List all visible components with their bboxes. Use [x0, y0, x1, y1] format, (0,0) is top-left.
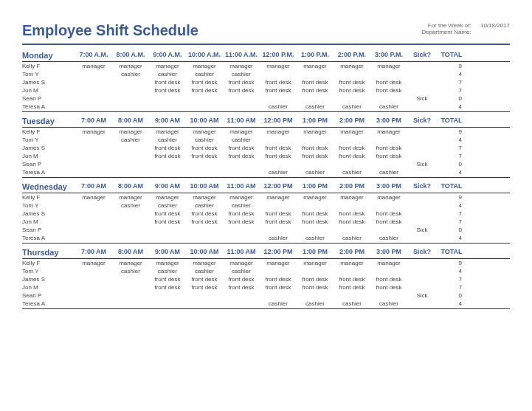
shift-cell: manager	[370, 194, 407, 201]
shift-cell: front desk	[334, 87, 370, 94]
shift-cell	[112, 95, 149, 102]
time-header: 2:00 PM	[334, 248, 370, 257]
shift-cell: cashier	[370, 300, 407, 307]
shift-cell	[75, 169, 112, 176]
shift-cell: cashier	[112, 71, 149, 77]
shift-cell: front desk	[223, 276, 260, 283]
shift-cell	[260, 227, 297, 233]
total-header: TOTAL	[437, 248, 466, 257]
employee-row: Teresa Acashiercashiercashiercashier4	[22, 234, 510, 244]
shift-cell	[112, 218, 149, 225]
employee-row: Jon Mfront deskfront deskfront deskfront…	[22, 283, 510, 291]
total-cell: 4	[437, 137, 466, 143]
shift-cell: manager	[370, 128, 407, 135]
sick-header: Sick?	[407, 117, 437, 125]
shift-cell: cashier	[112, 202, 149, 209]
employee-name: Teresa A	[22, 103, 75, 110]
total-cell: 4	[437, 300, 466, 307]
shift-cell	[75, 284, 112, 291]
shift-cell	[75, 202, 112, 209]
employee-name: James S	[22, 276, 75, 283]
sick-header: Sick?	[407, 248, 437, 257]
shift-cell: cashier	[297, 235, 334, 241]
shift-cell	[260, 95, 297, 102]
shift-cell	[112, 79, 149, 86]
employee-row: Tom Ycashiercashiercashiercashier4	[22, 70, 510, 78]
shift-cell: cashier	[149, 268, 186, 274]
shift-cell: cashier	[149, 71, 186, 77]
shift-cell: cashier	[223, 71, 260, 77]
time-header: 9:00 AM	[149, 248, 186, 257]
employee-name: Tom Y	[22, 268, 75, 274]
employee-name: Kelly F	[22, 194, 75, 201]
employee-row: James Sfront deskfront deskfront deskfro…	[22, 78, 510, 86]
time-header: 12:00 P.M.	[260, 51, 297, 60]
shift-cell: front desk	[223, 87, 260, 94]
shift-cell	[334, 268, 370, 274]
sick-cell	[407, 268, 437, 274]
employee-name: James S	[22, 79, 75, 86]
total-cell: 0	[437, 161, 466, 167]
shift-cell: cashier	[223, 268, 260, 274]
shift-cell: manager	[186, 260, 223, 266]
shift-cell: cashier	[112, 268, 149, 274]
shift-cell: front desk	[297, 284, 334, 291]
shift-cell: manager	[112, 128, 149, 135]
total-cell: 4	[437, 71, 466, 77]
total-cell: 7	[437, 276, 466, 283]
sick-cell	[407, 260, 437, 266]
sick-cell	[407, 194, 437, 201]
day-block: Monday7:00 A.M.8:00 A.M.9:00 A.M.10:00 A…	[22, 51, 510, 112]
shift-cell: cashier	[260, 169, 297, 176]
schedule-body: Monday7:00 A.M.8:00 A.M.9:00 A.M.10:00 A…	[22, 51, 510, 309]
employee-name: Jon M	[22, 87, 75, 94]
day-header: Thursday7:00 AM8:00 AM9:00 AM10:00 AM11:…	[22, 248, 510, 259]
shift-cell: manager	[186, 194, 223, 201]
shift-cell: manager	[75, 260, 112, 266]
shift-cell: front desk	[334, 276, 370, 283]
shift-cell	[75, 210, 112, 217]
employee-row: Kelly Fmanagermanagermanagermanagermanag…	[22, 62, 510, 70]
shift-cell: front desk	[149, 276, 186, 283]
shift-cell	[223, 235, 260, 241]
shift-cell	[297, 202, 334, 209]
shift-cell	[149, 235, 186, 241]
day-block: Thursday7:00 AM8:00 AM9:00 AM10:00 AM11:…	[22, 248, 510, 309]
time-header: 12:00 PM	[260, 248, 297, 257]
time-header: 11:00 AM	[223, 182, 260, 191]
shift-cell	[297, 137, 334, 143]
shift-cell: front desk	[223, 218, 260, 225]
shift-cell: cashier	[334, 235, 370, 241]
shift-cell: front desk	[149, 145, 186, 151]
shift-cell	[260, 71, 297, 77]
shift-cell: cashier	[334, 169, 370, 176]
shift-cell: manager	[75, 63, 112, 69]
employee-name: Kelly F	[22, 63, 75, 69]
shift-cell	[75, 218, 112, 225]
total-cell: 9	[437, 194, 466, 201]
shift-cell: front desk	[223, 284, 260, 291]
time-header: 7:00 AM	[75, 182, 112, 191]
sick-cell	[407, 235, 437, 241]
employee-row: Jon Mfront deskfront deskfront deskfront…	[22, 218, 510, 226]
shift-cell: front desk	[223, 210, 260, 217]
shift-cell	[75, 95, 112, 102]
employee-name: Jon M	[22, 153, 75, 159]
employee-name: Teresa A	[22, 300, 75, 307]
shift-cell: manager	[112, 260, 149, 266]
shift-cell	[186, 292, 223, 299]
shift-cell	[186, 95, 223, 102]
shift-cell	[223, 161, 260, 167]
shift-cell	[260, 268, 297, 274]
shift-cell: front desk	[334, 153, 370, 159]
shift-cell: manager	[370, 260, 407, 266]
shift-cell: front desk	[260, 87, 297, 94]
employee-row: Sean PSick0	[22, 160, 510, 168]
shift-cell: front desk	[260, 276, 297, 283]
shift-cell	[297, 161, 334, 167]
shift-cell: front desk	[149, 218, 186, 225]
total-cell: 7	[437, 87, 466, 94]
shift-cell: manager	[297, 128, 334, 135]
shift-cell	[112, 235, 149, 241]
employee-row: Teresa Acashiercashiercashiercashier4	[22, 103, 510, 112]
